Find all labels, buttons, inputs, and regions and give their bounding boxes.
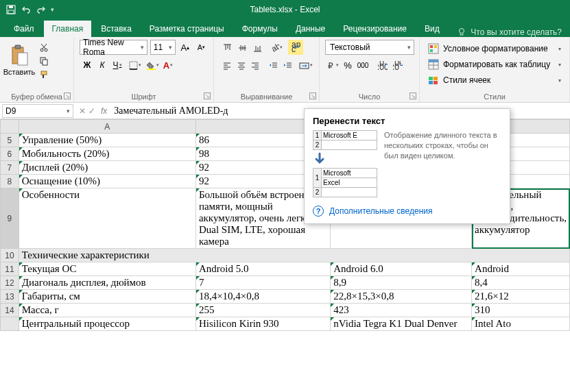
accounting-format-button[interactable]: ₽ (325, 58, 340, 73)
cell[interactable]: 423 (331, 304, 472, 317)
copy-button[interactable] (37, 55, 51, 67)
cell[interactable]: Оснащение (10%) (19, 175, 195, 188)
number-launcher[interactable]: ↘ (409, 93, 416, 99)
tell-me-search[interactable]: Что вы хотите сделать? (457, 27, 570, 37)
tab-review[interactable]: Рецензирование (335, 21, 415, 37)
decrease-indent-button[interactable] (266, 58, 281, 73)
qat-dropdown-icon[interactable]: ▾ (51, 6, 54, 13)
cell[interactable]: Текущая ОС (19, 262, 195, 276)
cell[interactable]: Особенности (19, 188, 195, 249)
row-header[interactable] (1, 317, 19, 331)
cell-styles-button[interactable]: Стили ячеек (425, 73, 564, 88)
cell[interactable]: 8,9 (331, 276, 472, 290)
cell[interactable]: Масса, г (19, 304, 195, 317)
percent-button[interactable]: % (340, 58, 355, 73)
undo-icon[interactable] (21, 4, 32, 15)
conditional-formatting-button[interactable]: Условное форматирование (425, 41, 564, 56)
align-right-button[interactable] (248, 58, 263, 73)
italic-button[interactable]: К (95, 58, 110, 73)
cell[interactable]: 7 (195, 276, 330, 290)
cell[interactable]: Android 5.0 (195, 262, 330, 276)
align-top-button[interactable] (219, 40, 235, 55)
cell[interactable]: 8,4 (472, 276, 570, 290)
cell[interactable]: Intel Ato (472, 317, 570, 331)
cell[interactable]: Android 6.0 (331, 262, 472, 276)
font-size-select[interactable]: 11 (150, 40, 176, 55)
cell[interactable]: 255 (195, 304, 330, 317)
cell[interactable]: Технические характеристики (19, 249, 569, 262)
cell[interactable]: 22,8×15,3×0,8 (331, 290, 472, 304)
cell[interactable]: Диагональ дисплея, дюймов (19, 276, 195, 290)
tab-view[interactable]: Вид (416, 21, 448, 37)
row-header[interactable]: 11 (1, 262, 19, 276)
tab-insert[interactable]: Вставка (93, 21, 140, 37)
cell[interactable]: Android (472, 262, 570, 276)
align-center-button[interactable] (234, 58, 248, 73)
align-left-icon (222, 61, 231, 70)
font-color-button[interactable]: A (161, 58, 176, 73)
row-header[interactable]: 8 (1, 175, 19, 188)
font-launcher[interactable]: ↘ (204, 93, 211, 99)
bold-button[interactable]: Ж (80, 58, 95, 73)
row-header[interactable]: 13 (1, 290, 19, 304)
row-header[interactable]: 9 (1, 188, 19, 249)
font-name-select[interactable]: Times New Roma (80, 40, 147, 55)
fill-color-button[interactable] (145, 58, 161, 73)
cell[interactable]: Дисплей (20%) (19, 161, 195, 175)
row-header[interactable]: 10 (1, 249, 19, 262)
cut-button[interactable] (37, 41, 51, 53)
clipboard-launcher[interactable]: ↘ (64, 93, 71, 99)
align-middle-button[interactable] (235, 40, 250, 55)
name-box[interactable]: D9 (2, 104, 73, 118)
format-painter-button[interactable] (37, 69, 51, 81)
merge-button[interactable] (298, 58, 313, 73)
row-header[interactable]: 7 (1, 161, 19, 175)
increase-font-button[interactable]: A▴ (178, 40, 191, 55)
decrease-font-button[interactable]: A▾ (195, 40, 208, 55)
tab-formulas[interactable]: Формулы (234, 21, 286, 37)
enter-formula-icon[interactable]: ✓ (88, 106, 95, 116)
cell[interactable]: Hisilicon Kirin 930 (195, 317, 330, 331)
tooltip-more-link[interactable]: ? Дополнительные сведения (313, 206, 501, 217)
borders-button[interactable] (128, 58, 143, 73)
tab-file[interactable]: Файл (5, 21, 43, 37)
tab-data[interactable]: Данные (287, 21, 333, 37)
svg-rect-11 (41, 71, 47, 75)
fx-icon[interactable]: fx (101, 106, 107, 116)
wrap-text-button[interactable]: abc (288, 40, 303, 55)
comma-button[interactable]: 000 (355, 58, 370, 73)
orientation-button[interactable]: ab (269, 40, 284, 55)
cell[interactable]: 21,6×12 (472, 290, 570, 304)
align-left-button[interactable] (219, 58, 234, 73)
cancel-formula-icon[interactable]: ✕ (79, 106, 86, 116)
cell[interactable]: 310 (472, 304, 570, 317)
cell[interactable]: Габариты, см (19, 290, 195, 304)
align-launcher[interactable]: ↘ (309, 93, 316, 99)
save-icon[interactable] (5, 4, 16, 15)
redo-icon[interactable] (36, 4, 47, 15)
cell[interactable]: 18,4×10,4×0,8 (195, 290, 330, 304)
tab-home[interactable]: Главная (44, 21, 92, 37)
tab-page-layout[interactable]: Разметка страницы (141, 21, 233, 37)
align-bottom-button[interactable] (250, 40, 265, 55)
select-all[interactable] (1, 120, 19, 134)
paste-button[interactable]: Вставить (5, 40, 33, 81)
increase-decimal-button[interactable]: ,0,00 (375, 58, 390, 73)
formula-input[interactable]: Замечательный AMOLED-д (114, 106, 228, 117)
number-format-select[interactable]: Текстовый (325, 40, 414, 55)
quick-access-toolbar: ▾ (0, 4, 54, 15)
cell[interactable]: nVidia Tegra K1 Dual Denver (331, 317, 472, 331)
format-as-table-button[interactable]: Форматировать как таблицу (425, 57, 564, 72)
cell[interactable]: Мобильность (20%) (19, 147, 195, 161)
increase-indent-button[interactable] (281, 58, 295, 73)
row-header[interactable]: 6 (1, 147, 19, 161)
col-header-a[interactable]: A (19, 120, 195, 134)
cell[interactable]: Центральный процессор (19, 317, 195, 331)
svg-text:ab: ab (270, 43, 279, 52)
decrease-decimal-button[interactable]: ,00,0 (390, 58, 405, 73)
cell[interactable]: Управление (50%) (19, 134, 195, 147)
row-header[interactable]: 14 (1, 304, 19, 317)
row-header[interactable]: 5 (1, 134, 19, 147)
underline-button[interactable]: Ч (110, 58, 125, 73)
row-header[interactable]: 12 (1, 276, 19, 290)
